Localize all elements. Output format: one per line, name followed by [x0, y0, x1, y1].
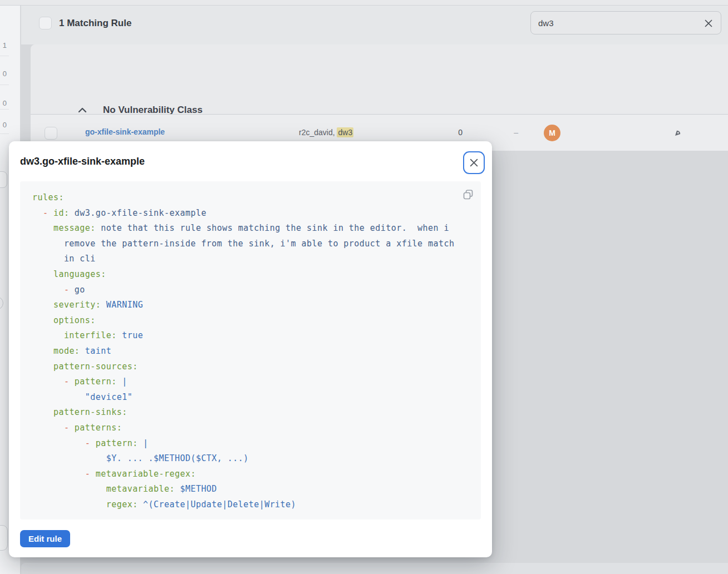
close-icon	[469, 158, 479, 167]
top-bar	[0, 0, 728, 6]
sidebar-clipped-button	[0, 171, 7, 188]
clear-search-icon[interactable]	[703, 18, 714, 29]
rule-name-link[interactable]: go-xfile-sink-example	[85, 127, 165, 136]
labels-cell: r2c_david, dw3	[299, 128, 353, 137]
code-block-pre: rules: - id: dw3.go-xfile-sink-example m…	[20, 181, 481, 521]
sidebar-clipped-button	[0, 525, 8, 551]
sidebar-divider	[0, 85, 9, 85]
rule-yaml-code-block: rules: - id: dw3.go-xfile-sink-example m…	[20, 181, 481, 519]
next-section-edge	[21, 563, 728, 574]
pen-source-icon	[673, 128, 682, 137]
sidebar-count: 1	[0, 41, 7, 50]
sidebar-count: 0	[0, 121, 7, 129]
sidebar-count: 0	[0, 99, 7, 107]
open-findings-value: 0	[405, 128, 463, 137]
fix-rate-value: –	[485, 128, 518, 137]
row-checkbox[interactable]	[45, 127, 57, 140]
rule-detail-modal: dw3.go-xfile-sink-example rules: - id: d…	[9, 141, 492, 557]
matching-rules-count: 1 Matching Rule	[59, 18, 131, 29]
sidebar-count: 0	[0, 70, 7, 78]
rule-search	[530, 11, 721, 34]
modal-title: dw3.go-xfile-sink-example	[20, 156, 145, 167]
copy-icon[interactable]	[463, 189, 474, 200]
severity-medium-badge: M	[544, 125, 560, 141]
search-input[interactable]	[538, 12, 700, 34]
sidebar-divider	[0, 56, 9, 56]
label-highlighted: dw3	[337, 127, 353, 137]
label-plain: r2c_david,	[299, 128, 337, 137]
modal-close-button[interactable]	[463, 151, 485, 174]
select-all-checkbox[interactable]	[39, 17, 52, 29]
sidebar-clipped-avatar	[0, 296, 3, 310]
sidebar-divider	[0, 133, 9, 134]
sidebar-divider	[0, 109, 9, 110]
edit-rule-button[interactable]: Edit rule	[20, 530, 70, 547]
